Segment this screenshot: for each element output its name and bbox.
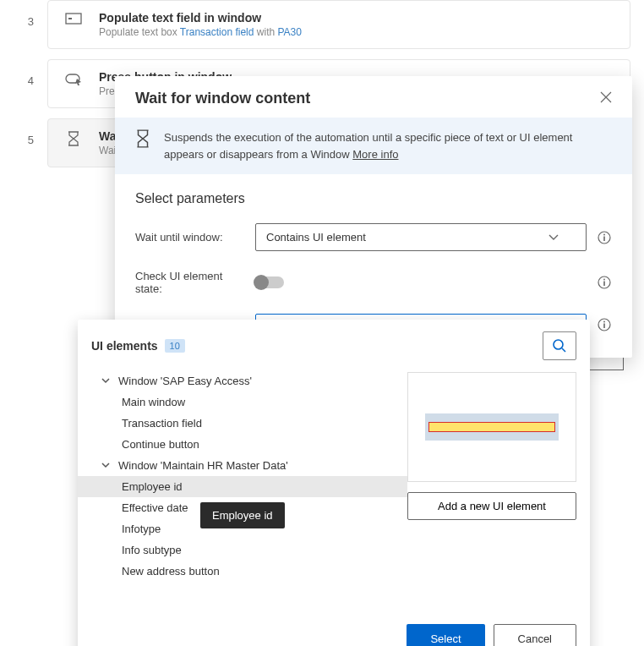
step-number: 3	[14, 0, 34, 28]
tree-leaf[interactable]: Info subtype	[78, 539, 407, 561]
preview-box	[407, 372, 576, 482]
check-state-toggle[interactable]	[255, 276, 284, 288]
search-button[interactable]	[543, 331, 576, 360]
info-icon[interactable]	[597, 231, 612, 244]
tree-node-window[interactable]: Window 'Maintain HR Master Data'	[78, 455, 407, 476]
ui-element-picker: UI elements 10 Window 'SAP Easy Access' …	[78, 320, 590, 646]
param-check-state: Check UI element state:	[135, 270, 612, 295]
chevron-down-icon	[101, 375, 113, 387]
cancel-button[interactable]: Cancel	[494, 624, 576, 646]
info-text: Suspends the execution of the automation…	[164, 129, 615, 162]
param-label: Wait until window:	[135, 231, 245, 244]
select-value: Contains UI element	[266, 231, 366, 244]
tree-leaf-selected[interactable]: Employee id	[78, 476, 407, 497]
tree-leaf[interactable]: Effective date	[78, 497, 407, 518]
step-number: 4	[14, 59, 34, 87]
svg-point-7	[603, 279, 605, 281]
close-icon	[600, 91, 612, 103]
chevron-down-icon	[548, 234, 559, 241]
param-wait-until: Wait until window: Contains UI element	[135, 223, 612, 251]
wait-for-window-dialog: Wait for window content Suspends the exe…	[115, 76, 632, 358]
close-button[interactable]	[597, 88, 615, 109]
picker-header: UI elements 10	[78, 331, 590, 367]
picker-footer: Select Cancel	[78, 610, 590, 646]
step-body: Populate text field in window Populate t…	[99, 11, 616, 38]
link-transaction-field[interactable]: Transaction field	[180, 26, 254, 38]
wait-until-select[interactable]: Contains UI element	[255, 223, 587, 251]
step-card[interactable]: Populate text field in window Populate t…	[47, 0, 630, 49]
preview-element-highlight	[425, 413, 559, 441]
tree-leaf[interactable]: New address button	[78, 561, 407, 582]
step-title: Populate text field in window	[99, 11, 616, 25]
svg-point-4	[603, 233, 605, 235]
tree-node-window[interactable]: Window 'SAP Easy Access'	[78, 370, 407, 391]
more-info-link[interactable]: More info	[352, 148, 398, 161]
svg-rect-0	[66, 14, 81, 24]
chevron-down-icon	[101, 459, 113, 472]
svg-point-12	[554, 340, 563, 349]
svg-rect-11	[603, 324, 605, 329]
params-heading: Select parameters	[135, 191, 612, 206]
link-pa30[interactable]: PA30	[277, 26, 301, 38]
info-bar: Suspends the execution of the automation…	[115, 118, 632, 174]
param-label: Check UI element state:	[135, 270, 245, 295]
search-icon	[552, 338, 567, 353]
svg-rect-5	[603, 236, 605, 241]
tree-leaf[interactable]: Continue button	[78, 434, 407, 455]
dialog-title: Wait for window content	[135, 90, 310, 107]
step-row: 3 Populate text field in window Populate…	[14, 0, 630, 49]
tree-leaf[interactable]: Infotype	[78, 518, 407, 539]
svg-rect-1	[68, 18, 72, 19]
count-badge: 10	[165, 339, 185, 353]
svg-point-10	[603, 321, 605, 323]
add-ui-element-button[interactable]: Add a new UI element	[407, 492, 576, 520]
step-subtitle: Populate text box Transaction field with…	[99, 26, 616, 38]
tree-leaf[interactable]: Main window	[78, 391, 407, 413]
info-icon[interactable]	[597, 276, 612, 289]
preview-panel: Add a new UI element	[407, 372, 576, 520]
svg-rect-8	[603, 282, 605, 287]
picker-heading: UI elements 10	[91, 339, 185, 353]
hourglass-icon	[135, 129, 150, 151]
ui-element-tree: Window 'SAP Easy Access' Main window Tra…	[78, 367, 407, 585]
step-number: 5	[14, 118, 34, 146]
dialog-header: Wait for window content	[115, 76, 632, 118]
hourglass-icon	[62, 129, 85, 146]
tree-leaf[interactable]: Transaction field	[78, 413, 407, 434]
info-icon[interactable]	[597, 318, 612, 331]
textbox-icon	[62, 11, 85, 25]
cursor-icon	[62, 70, 85, 85]
select-button[interactable]: Select	[407, 624, 484, 646]
